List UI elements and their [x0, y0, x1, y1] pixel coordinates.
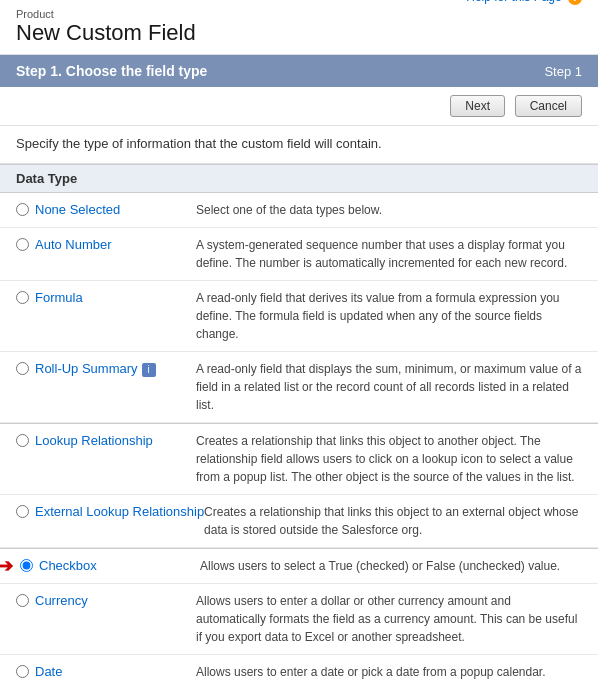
- field-row-external_lookup: External Lookup RelationshipCreates a re…: [0, 495, 598, 548]
- info-icon-rollup[interactable]: i: [142, 363, 156, 377]
- radio-col-checkbox: Checkbox: [20, 557, 200, 573]
- desc-none: Select one of the data types below.: [196, 201, 582, 219]
- data-type-section: Data Type None SelectedSelect one of the…: [0, 164, 598, 682]
- fields-container: None SelectedSelect one of the data type…: [0, 193, 598, 682]
- desc-checkbox: Allows users to select a True (checked) …: [200, 557, 582, 575]
- help-link-label: Help for this Page: [466, 0, 561, 4]
- radio-col-formula: Formula: [16, 289, 196, 305]
- data-type-header: Data Type: [0, 164, 598, 193]
- field-row-rollup: Roll-Up SummaryiA read-only field that d…: [0, 352, 598, 423]
- desc-currency: Allows users to enter a dollar or other …: [196, 592, 582, 646]
- label-currency[interactable]: Currency: [35, 593, 88, 608]
- next-button[interactable]: Next: [450, 95, 505, 117]
- desc-lookup: Creates a relationship that links this o…: [196, 432, 582, 486]
- page-header: Product New Custom Field Help for this P…: [0, 0, 598, 55]
- label-lookup[interactable]: Lookup Relationship: [35, 433, 153, 448]
- desc-formula: A read-only field that derives its value…: [196, 289, 582, 343]
- radio-none[interactable]: [16, 203, 29, 216]
- page-title: New Custom Field: [16, 20, 196, 45]
- field-row-auto_number: Auto NumberA system-generated sequence n…: [0, 228, 598, 281]
- field-row-formula: FormulaA read-only field that derives it…: [0, 281, 598, 352]
- desc-date: Allows users to enter a date or pick a d…: [196, 663, 582, 681]
- radio-col-lookup: Lookup Relationship: [16, 432, 196, 448]
- radio-currency[interactable]: [16, 594, 29, 607]
- field-row-currency: CurrencyAllows users to enter a dollar o…: [0, 584, 598, 655]
- field-row-none: None SelectedSelect one of the data type…: [0, 193, 598, 228]
- field-row-checkbox: ➔CheckboxAllows users to select a True (…: [0, 548, 598, 584]
- radio-rollup[interactable]: [16, 362, 29, 375]
- action-bar: Next Cancel: [0, 87, 598, 126]
- help-link[interactable]: Help for this Page ?: [466, 0, 582, 5]
- radio-col-auto_number: Auto Number: [16, 236, 196, 252]
- radio-lookup[interactable]: [16, 434, 29, 447]
- radio-col-date: Date: [16, 663, 196, 679]
- desc-external_lookup: Creates a relationship that links this o…: [204, 503, 582, 539]
- desc-rollup: A read-only field that displays the sum,…: [196, 360, 582, 414]
- radio-auto_number[interactable]: [16, 238, 29, 251]
- selected-arrow-icon: ➔: [0, 555, 13, 577]
- radio-col-rollup: Roll-Up Summaryi: [16, 360, 196, 377]
- label-auto_number[interactable]: Auto Number: [35, 237, 112, 252]
- radio-col-none: None Selected: [16, 201, 196, 217]
- label-date[interactable]: Date: [35, 664, 62, 679]
- cancel-button[interactable]: Cancel: [515, 95, 582, 117]
- radio-checkbox[interactable]: [20, 559, 33, 572]
- step-header: Step 1. Choose the field type Step 1: [0, 55, 598, 87]
- radio-formula[interactable]: [16, 291, 29, 304]
- field-row-lookup: Lookup RelationshipCreates a relationshi…: [0, 423, 598, 495]
- radio-col-currency: Currency: [16, 592, 196, 608]
- breadcrumb: Product: [16, 8, 582, 20]
- radio-external_lookup[interactable]: [16, 505, 29, 518]
- step-title: Step 1. Choose the field type: [16, 63, 207, 79]
- label-none[interactable]: None Selected: [35, 202, 120, 217]
- radio-date[interactable]: [16, 665, 29, 678]
- step-label: Step 1: [544, 64, 582, 79]
- desc-auto_number: A system-generated sequence number that …: [196, 236, 582, 272]
- radio-col-external_lookup: External Lookup Relationship: [16, 503, 204, 519]
- label-rollup[interactable]: Roll-Up Summaryi: [35, 361, 156, 377]
- field-row-date: DateAllows users to enter a date or pick…: [0, 655, 598, 682]
- help-icon: ?: [568, 0, 582, 5]
- label-external_lookup[interactable]: External Lookup Relationship: [35, 504, 204, 519]
- label-checkbox[interactable]: Checkbox: [39, 558, 97, 573]
- label-formula[interactable]: Formula: [35, 290, 83, 305]
- description-text: Specify the type of information that the…: [0, 126, 598, 164]
